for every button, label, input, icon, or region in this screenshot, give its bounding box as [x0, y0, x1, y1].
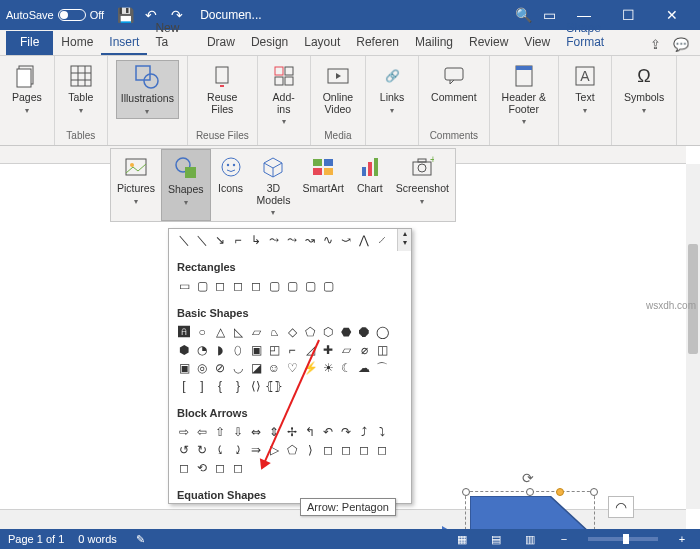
- shape-octagon[interactable]: ⯃: [355, 323, 373, 341]
- layout-options-button[interactable]: ◠: [608, 496, 634, 518]
- shape-plaque[interactable]: ▱: [337, 341, 355, 359]
- comments-icon[interactable]: 💬: [668, 33, 694, 55]
- header-footer-button[interactable]: Header & Footer ▾: [498, 60, 550, 128]
- shape-arrow-down[interactable]: ⇩: [229, 423, 247, 441]
- shape-textbox[interactable]: 🅰: [175, 323, 193, 341]
- resize-handle[interactable]: [462, 488, 470, 496]
- shape-cross[interactable]: ✚: [319, 341, 337, 359]
- shape-arrow-chevron[interactable]: ⟩: [301, 441, 319, 459]
- print-layout-icon[interactable]: ▤: [486, 533, 506, 546]
- shape-curve[interactable]: ⤳: [265, 231, 283, 249]
- addins-button[interactable]: Add- ins ▾: [266, 60, 302, 128]
- shape-arrow-callout[interactable]: ◻: [229, 459, 247, 477]
- resize-handle[interactable]: [526, 488, 534, 496]
- shape-bracket[interactable]: ]: [193, 377, 211, 395]
- shape-elbow[interactable]: ⌐: [229, 231, 247, 249]
- tab-draw[interactable]: Draw: [199, 31, 243, 55]
- shape-round-rect[interactable]: ▢: [265, 277, 283, 295]
- toggle-switch-icon[interactable]: [58, 9, 86, 21]
- shape-donut[interactable]: ◎: [193, 359, 211, 377]
- autosave-toggle[interactable]: AutoSave Off: [6, 9, 104, 21]
- smartart-button[interactable]: SmartArt: [296, 149, 349, 221]
- shape-right-triangle[interactable]: ◺: [229, 323, 247, 341]
- shape-trapezoid[interactable]: ⏢: [265, 323, 283, 341]
- shape-scribble[interactable]: ∿: [319, 231, 337, 249]
- shapes-button[interactable]: Shapes ▾: [161, 149, 211, 221]
- shape-can[interactable]: ⌀: [355, 341, 373, 359]
- shape-round-rect[interactable]: ▢: [319, 277, 337, 295]
- shape-oval[interactable]: ○: [193, 323, 211, 341]
- shape-arrow-right[interactable]: ⇨: [175, 423, 193, 441]
- shape-arrow-uturn[interactable]: ↶: [319, 423, 337, 441]
- shape-block-arc[interactable]: ◡: [229, 359, 247, 377]
- shape-arrow-callout[interactable]: ◻: [337, 441, 355, 459]
- tab-mailing[interactable]: Mailing: [407, 31, 461, 55]
- word-count[interactable]: 0 words: [78, 533, 117, 545]
- shape-arrow-quad[interactable]: ✢: [283, 423, 301, 441]
- shape-snip-rect[interactable]: ◻: [211, 277, 229, 295]
- tab-view[interactable]: View: [516, 31, 558, 55]
- shape-arrow-curved[interactable]: ↻: [193, 441, 211, 459]
- shape-freeform[interactable]: ↝: [301, 231, 319, 249]
- gallery-scroll[interactable]: ▴▾: [397, 229, 411, 251]
- shape-curve[interactable]: ⤻: [337, 231, 355, 249]
- shape-no[interactable]: ⊘: [211, 359, 229, 377]
- tab-layout[interactable]: Layout: [296, 31, 348, 55]
- tab-file[interactable]: File: [6, 31, 53, 55]
- tab-references[interactable]: Referen: [348, 31, 407, 55]
- pictures-button[interactable]: Pictures ▾: [111, 149, 161, 221]
- shape-arrow-callout[interactable]: ◻: [175, 459, 193, 477]
- 3d-models-button[interactable]: 3D Models ▾: [251, 149, 297, 221]
- shape-freeform[interactable]: ⟋: [373, 231, 391, 249]
- shape-arrow-up[interactable]: ⇧: [211, 423, 229, 441]
- shape-folded-corner[interactable]: ◪: [247, 359, 265, 377]
- shape-arrow-curved[interactable]: ↺: [175, 441, 193, 459]
- shape-pie[interactable]: ◔: [193, 341, 211, 359]
- symbols-button[interactable]: Ω Symbols ▾: [620, 60, 668, 117]
- shape-arrow-leftright[interactable]: ⇔: [247, 423, 265, 441]
- shape-arrow-left[interactable]: ⇦: [193, 423, 211, 441]
- resize-handle[interactable]: [590, 488, 598, 496]
- shape-bracket[interactable]: [: [175, 377, 193, 395]
- shape-half-frame[interactable]: ◰: [265, 341, 283, 359]
- shape-arrow-curved[interactable]: ⤹: [211, 441, 229, 459]
- chart-button[interactable]: Chart: [350, 149, 390, 221]
- shape-arrow-callout[interactable]: ◻: [355, 441, 373, 459]
- shape-arc[interactable]: ⌒: [373, 359, 391, 377]
- shape-cloud[interactable]: ☁: [355, 359, 373, 377]
- links-button[interactable]: 🔗 Links ▾: [374, 60, 410, 117]
- tab-insert[interactable]: Insert: [101, 31, 147, 55]
- page-indicator[interactable]: Page 1 of 1: [8, 533, 64, 545]
- shape-round-rect[interactable]: ▢: [301, 277, 319, 295]
- icons-button[interactable]: Icons: [211, 149, 251, 221]
- shape-smiley[interactable]: ☺: [265, 359, 283, 377]
- shape-snip-rect[interactable]: ◻: [229, 277, 247, 295]
- shape-curve[interactable]: ⤳: [283, 231, 301, 249]
- search-icon[interactable]: 🔍: [512, 4, 534, 26]
- shape-triangle[interactable]: △: [211, 323, 229, 341]
- shape-brace-pair[interactable]: ⦃⦄: [265, 377, 283, 395]
- text-button[interactable]: A Text ▾: [567, 60, 603, 117]
- rotate-handle-icon[interactable]: ⟳: [522, 470, 534, 486]
- shape-decagon[interactable]: ◯: [373, 323, 391, 341]
- tab-new[interactable]: New Ta: [147, 17, 199, 55]
- shape-pentagon[interactable]: ⬠: [301, 323, 319, 341]
- shape-arrow-callout[interactable]: ◻: [319, 441, 337, 459]
- zoom-slider[interactable]: [588, 537, 658, 541]
- shape-chord[interactable]: ◗: [211, 341, 229, 359]
- save-icon[interactable]: 💾: [114, 4, 136, 26]
- shape-parallelogram[interactable]: ▱: [247, 323, 265, 341]
- ribbon-options-icon[interactable]: ▭: [538, 4, 560, 26]
- shape-line[interactable]: ＼: [175, 231, 193, 249]
- shape-brace[interactable]: }: [229, 377, 247, 395]
- shape-snip-rect[interactable]: ◻: [247, 277, 265, 295]
- shape-rounded-rect[interactable]: ▢: [193, 277, 211, 295]
- shape-arrow-uturn[interactable]: ↷: [337, 423, 355, 441]
- spellcheck-icon[interactable]: ✎: [131, 533, 151, 546]
- table-button[interactable]: Table ▾: [63, 60, 99, 117]
- shape-heart[interactable]: ♡: [283, 359, 301, 377]
- online-video-button[interactable]: Online Video: [319, 60, 357, 117]
- shape-cube[interactable]: ◫: [373, 341, 391, 359]
- shape-heptagon[interactable]: ⬣: [337, 323, 355, 341]
- shape-teardrop[interactable]: ⬯: [229, 341, 247, 359]
